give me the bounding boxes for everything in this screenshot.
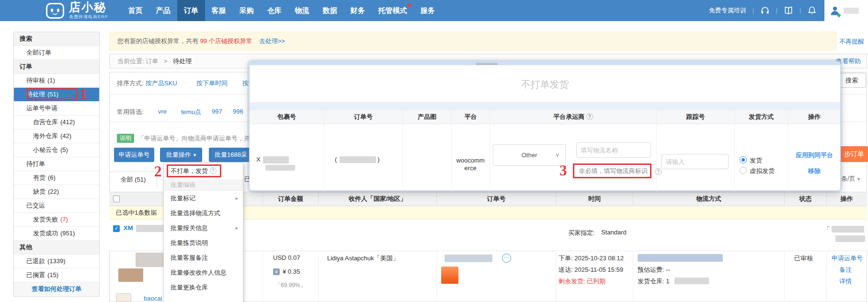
sidebar-item-ship-success[interactable]: 发货成功(951) [14, 227, 99, 241]
sidebar-item-cloud-warehouse[interactable]: 小秘云仓(5) [14, 143, 99, 157]
sync-orders-button[interactable]: 步订单 [837, 146, 868, 162]
help-icon[interactable] [655, 168, 662, 175]
ship-radio[interactable] [740, 156, 747, 163]
nav-finance[interactable]: 财务 [344, 0, 372, 21]
virtual-ship-radio-label: 虚拟发货 [750, 167, 775, 175]
tab-all-orders[interactable]: 全部 (51) [109, 172, 157, 187]
dismiss-reminder-link[interactable]: 不再提醒 [839, 37, 864, 46]
sidebar-item-waybill-apply[interactable]: 运单号申请 [14, 102, 99, 116]
carrier-select[interactable]: Other [493, 144, 566, 166]
menu-item-batch-picking-note[interactable]: 批量拣货说明 [164, 235, 243, 250]
item-count: (6) [48, 174, 56, 181]
sidebar-item-out-of-stock[interactable]: 缺货(22) [14, 185, 99, 199]
app-logo[interactable]: 店小秘 免费跨境电商ERP [46, 1, 108, 20]
sort-by-sku-link[interactable]: 按产品SKU [146, 79, 177, 88]
order-id-prefix[interactable]: XM [124, 224, 133, 232]
help-icon[interactable] [586, 113, 593, 120]
nav-warehouse[interactable]: 仓库 [261, 0, 288, 21]
nav-services[interactable]: 服务 [414, 0, 442, 21]
nav-data[interactable]: 数据 [316, 0, 344, 21]
chat-message-icon[interactable] [502, 254, 511, 263]
select-all-checkbox[interactable] [113, 196, 120, 202]
menu-item-batch-logistics[interactable]: 批量选择物流方式 [164, 206, 243, 221]
divider: | [753, 7, 754, 14]
sidebar-item-refunded[interactable]: 已退款(1339) [14, 255, 99, 268]
nav-products[interactable]: 产品 [149, 0, 177, 21]
menu-item-batch-change-warehouse[interactable]: 批量更换仓库 [164, 280, 243, 295]
manual-book-icon[interactable] [784, 6, 793, 15]
notification-dot [408, 3, 411, 7]
divider [556, 251, 556, 302]
menu-item-batch-customs[interactable]: 批量报关信息 [164, 221, 243, 235]
sidebar-section-other: 其他 [14, 241, 99, 255]
mcol-tracking: 跟踪号 [656, 110, 734, 124]
menu-item-batch-mark[interactable]: 批量标记 [164, 191, 243, 206]
nav-managed-mode[interactable]: 托管模式 [372, 0, 414, 21]
quick-filter-vre[interactable]: vre [158, 108, 167, 115]
sidebar-item-delivered[interactable]: 已交运 [14, 199, 99, 213]
free-training-link[interactable]: 免费专属培训 [709, 6, 746, 15]
headset-icon[interactable] [760, 6, 770, 15]
details-link[interactable]: 详情 [839, 277, 852, 286]
sidebar-item-all-orders[interactable]: 全部订单 [14, 46, 99, 60]
item-label: 小秘云仓 [33, 146, 58, 153]
order-time: 下单: 2025-10-23 08:12 [559, 254, 624, 263]
remove-link[interactable]: 移除 [788, 167, 841, 175]
nav-home[interactable]: 首页 [122, 0, 149, 21]
go-handle-link[interactable]: 去处理>> [259, 37, 285, 45]
item-count: (51) [47, 91, 58, 98]
sidebar-item-ship-failed[interactable]: 发货失败(7) [14, 213, 99, 227]
item-label: 海外仓库 [33, 132, 58, 139]
batch-1688-button[interactable]: 批量1688采 [209, 148, 253, 162]
order-checkbox[interactable] [113, 225, 120, 232]
quick-filter-996[interactable]: 996 [233, 108, 243, 115]
account-avatar[interactable]: ◆ [824, 0, 868, 21]
nav-orders[interactable]: 订单 [177, 0, 205, 21]
search-button[interactable]: 搜索 [837, 73, 866, 88]
menu-item-batch-edit-recipient[interactable]: 批量修改收件人信息 [164, 265, 243, 280]
carrier-name-input[interactable] [576, 142, 651, 158]
virtual-ship-radio[interactable] [740, 167, 747, 174]
sidebar-item-to-print[interactable]: 待打单 [14, 157, 99, 171]
help-icon[interactable] [210, 167, 217, 174]
sidebar-help-link[interactable]: 查看如何处理订单 [14, 282, 99, 296]
mcol-ship-method: 发货方式 [734, 110, 788, 124]
modal-top-strip [250, 62, 840, 65]
nav-logistics[interactable]: 物流 [288, 0, 316, 21]
product-sku-link[interactable]: baocai [144, 295, 162, 302]
divider [734, 124, 735, 191]
item-label: 缺货 [33, 188, 46, 195]
batch-operations-button[interactable]: 批量操作 [160, 148, 202, 162]
tracking-number-input[interactable] [662, 154, 729, 169]
apply-waybill-button[interactable]: 申请运单号 [114, 148, 154, 162]
sidebar-item-in-stock[interactable]: 有货(6) [14, 171, 99, 185]
item-label: 发货成功 [33, 230, 58, 237]
nav-purchasing[interactable]: 采购 [233, 0, 261, 21]
apply-same-platform-link[interactable]: 应用到同平台 [788, 151, 841, 160]
platform-line2: erce [464, 164, 476, 172]
sidebar-item-overseas-warehouse[interactable]: 海外仓库(42) [14, 129, 99, 143]
warn-value: 已到期 [587, 278, 605, 285]
nav-customer-service[interactable]: 客服 [205, 0, 233, 21]
sidebar-item-own-warehouse[interactable]: 自营仓库(412) [14, 116, 99, 129]
delivery-time: 送达: 2025-11-05 15:59 [559, 266, 623, 274]
buyer-specified-label: 买家指定: [568, 229, 595, 237]
page-size-selector[interactable]: 条/页 [841, 174, 860, 183]
sidebar-section-order: 订单 [14, 60, 99, 74]
mcol-package: 包裹号 [250, 110, 324, 124]
sort-by-order-time-link[interactable]: 按下单时间 [196, 79, 228, 88]
col-order-amount: 订单金额 [263, 192, 318, 206]
breadcrumb-separator: > [164, 58, 168, 65]
quick-filter-997[interactable]: 997 [212, 108, 222, 115]
modal-drag-handle[interactable] [476, 63, 498, 65]
quick-filter-temu[interactable]: temu点 [181, 108, 201, 116]
apply-waybill-link[interactable]: 申请运单号 [832, 254, 863, 263]
sidebar-item-on-hold[interactable]: 已搁置(15) [14, 268, 99, 282]
menu-item-batch-cs-remark[interactable]: 批量客服备注 [164, 250, 243, 265]
bell-icon[interactable] [807, 6, 817, 15]
ship-without-print-modal: 不打单发货 包裹号 订单号 产品图 平台 平台承运商 跟踪号 发货方式 操作 X… [249, 61, 841, 191]
remark-link[interactable]: 备注 [839, 266, 852, 274]
menu-item-ship-without-print[interactable]: 不打单，发货 [164, 163, 243, 179]
col-status: 状态 [784, 192, 826, 206]
package-number-prefix: X [256, 156, 261, 163]
